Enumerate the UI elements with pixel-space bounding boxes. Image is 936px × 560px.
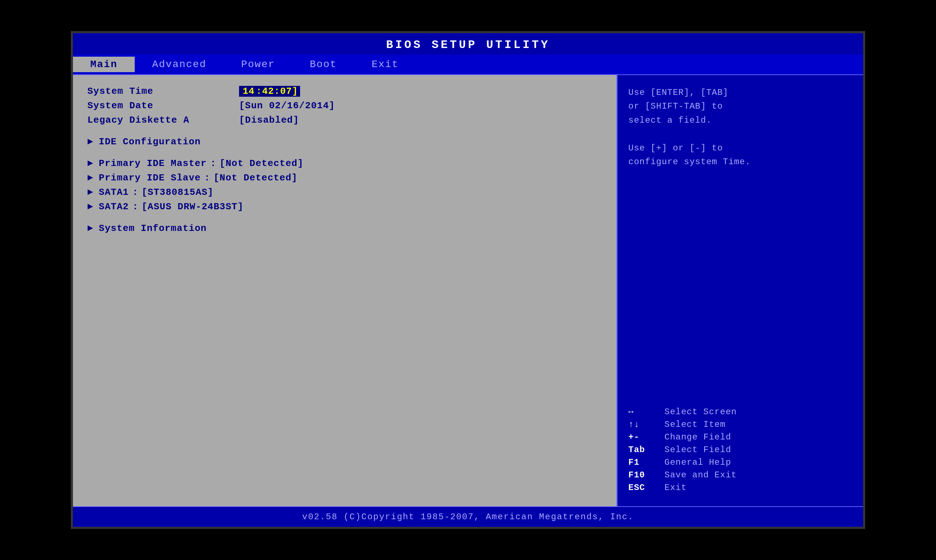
- sata1-colon: :: [133, 187, 138, 198]
- primary-ide-slave-colon: :: [204, 172, 210, 183]
- footer-text: v02.58 (C)Copyright 1985-2007, American …: [302, 512, 634, 522]
- key-f1: F1: [628, 457, 657, 467]
- legacy-diskette-value[interactable]: [Disabled]: [239, 115, 299, 126]
- divider-2: [87, 151, 602, 158]
- key-row-save: F10 Save and Exit: [628, 470, 852, 480]
- key-desc-exit: Exit: [665, 483, 687, 492]
- key-esc: ESC: [628, 483, 657, 492]
- footer: v02.58 (C)Copyright 1985-2007, American …: [73, 506, 863, 527]
- key-arrows-lr: ↔: [628, 407, 657, 417]
- key-desc-screen: Select Screen: [665, 407, 737, 417]
- system-time-label: System Time: [87, 86, 239, 97]
- primary-ide-master-label: Primary IDE Master: [99, 158, 207, 169]
- divider-3: [87, 216, 602, 223]
- key-tab: Tab: [628, 445, 657, 455]
- system-time-row: System Time 14:42:07]: [87, 86, 602, 97]
- sata2-arrow: ►: [87, 202, 93, 212]
- ide-config-label: IDE Configuration: [99, 136, 201, 147]
- menu-bar: Main Advanced Power Boot Exit: [73, 54, 863, 75]
- system-date-value[interactable]: [Sun 02/16/2014]: [239, 100, 335, 111]
- sata1-label: SATA1: [99, 187, 129, 198]
- key-plusminus: +-: [628, 432, 657, 442]
- sata1-value: [ST380815AS]: [142, 187, 213, 198]
- key-help-section: ↔ Select Screen ↑↓ Select Item +- Change…: [628, 407, 852, 495]
- primary-ide-master-value: [Not Detected]: [219, 158, 303, 169]
- bios-screen: BIOS SETUP UTILITY Main Advanced Power B…: [71, 31, 865, 529]
- bios-title: BIOS SETUP UTILITY: [386, 38, 550, 52]
- right-panel: Use [ENTER], [TAB] or [SHIFT-TAB] to sel…: [617, 75, 863, 506]
- key-desc-help: General Help: [665, 457, 731, 467]
- primary-ide-slave-arrow: ►: [87, 172, 93, 183]
- menu-item-main[interactable]: Main: [73, 57, 135, 72]
- help-text-top: Use [ENTER], [TAB] or [SHIFT-TAB] to sel…: [628, 86, 852, 169]
- ide-config-item[interactable]: ► IDE Configuration: [87, 136, 602, 147]
- sata2-label: SATA2: [99, 202, 129, 212]
- divider-1: [87, 129, 602, 136]
- legacy-diskette-row: Legacy Diskette A [Disabled]: [87, 115, 602, 126]
- primary-ide-slave-item[interactable]: ► Primary IDE Slave : [Not Detected]: [87, 172, 602, 183]
- key-row-change: +- Change Field: [628, 432, 852, 442]
- sata1-item[interactable]: ► SATA1 : [ST380815AS]: [87, 187, 602, 198]
- system-date-row: System Date [Sun 02/16/2014]: [87, 100, 602, 111]
- system-info-label: System Information: [99, 223, 207, 234]
- primary-ide-master-colon: :: [210, 158, 216, 169]
- title-bar: BIOS SETUP UTILITY: [73, 33, 863, 54]
- menu-item-exit[interactable]: Exit: [354, 57, 416, 72]
- key-desc-field: Select Field: [665, 445, 731, 455]
- primary-ide-slave-value: [Not Detected]: [213, 172, 297, 183]
- main-content: System Time 14:42:07] System Date [Sun 0…: [73, 75, 863, 506]
- key-arrows-ud: ↑↓: [628, 420, 657, 429]
- primary-ide-master-item[interactable]: ► Primary IDE Master : [Not Detected]: [87, 158, 602, 169]
- sata2-colon: :: [133, 202, 138, 212]
- key-row-exit: ESC Exit: [628, 483, 852, 492]
- menu-item-power[interactable]: Power: [224, 57, 293, 72]
- key-desc-item: Select Item: [665, 420, 725, 429]
- key-desc-change: Change Field: [665, 432, 731, 442]
- key-f10: F10: [628, 470, 657, 480]
- key-row-screen: ↔ Select Screen: [628, 407, 852, 417]
- primary-ide-slave-label: Primary IDE Slave: [99, 172, 201, 183]
- menu-item-boot[interactable]: Boot: [293, 57, 354, 72]
- key-row-field: Tab Select Field: [628, 445, 852, 455]
- sata2-value: [ASUS DRW-24B3ST]: [142, 202, 244, 212]
- key-desc-save: Save and Exit: [665, 470, 737, 480]
- primary-ide-master-arrow: ►: [87, 158, 93, 169]
- key-row-help: F1 General Help: [628, 457, 852, 467]
- legacy-diskette-label: Legacy Diskette A: [87, 115, 239, 126]
- system-time-value[interactable]: 14:42:07]: [239, 86, 300, 97]
- ide-config-arrow: ►: [87, 136, 93, 147]
- left-panel: System Time 14:42:07] System Date [Sun 0…: [73, 75, 617, 506]
- key-row-item: ↑↓ Select Item: [628, 420, 852, 429]
- system-info-arrow: ►: [87, 223, 93, 234]
- system-date-label: System Date: [87, 100, 239, 111]
- sata2-item[interactable]: ► SATA2 : [ASUS DRW-24B3ST]: [87, 202, 602, 212]
- sata1-arrow: ►: [87, 187, 93, 198]
- system-info-item[interactable]: ► System Information: [87, 223, 602, 234]
- menu-item-advanced[interactable]: Advanced: [135, 57, 224, 72]
